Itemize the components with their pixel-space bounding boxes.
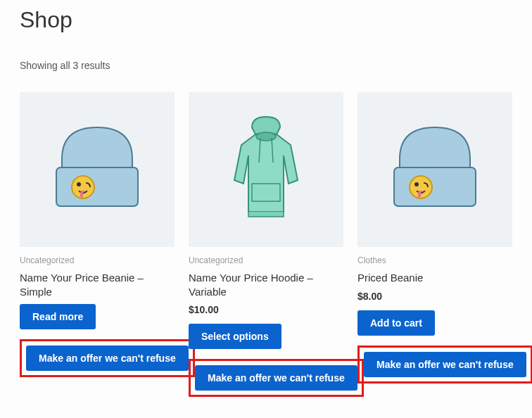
make-offer-button[interactable]: Make an offer we can't refuse xyxy=(195,365,357,391)
svg-point-6 xyxy=(414,182,419,186)
product-card: Clothes Priced Beanie $8.00 Add to cart … xyxy=(357,92,512,397)
product-price: $10.00 xyxy=(189,304,219,315)
product-category: Uncategorized xyxy=(20,255,74,265)
make-offer-button[interactable]: Make an offer we can't refuse xyxy=(364,352,526,377)
svg-point-3 xyxy=(256,132,276,141)
product-card: Uncategorized Name Your Price Beanie – S… xyxy=(20,92,175,397)
product-title[interactable]: Name Your Price Beanie – Simple xyxy=(20,271,175,298)
product-card: Uncategorized Name Your Price Hoodie – V… xyxy=(189,92,343,397)
product-image[interactable] xyxy=(20,92,175,247)
product-title[interactable]: Priced Beanie xyxy=(357,271,423,285)
beanie-icon xyxy=(379,117,491,222)
product-price: $8.00 xyxy=(357,291,382,302)
offer-highlight: Make an offer we can't refuse xyxy=(189,359,364,397)
product-title[interactable]: Name Your Price Hoodie – Variable xyxy=(189,271,343,298)
svg-rect-4 xyxy=(394,167,476,206)
product-image[interactable] xyxy=(357,92,512,247)
offer-highlight: Make an offer we can't refuse xyxy=(357,346,532,384)
offer-highlight: Make an offer we can't refuse xyxy=(20,339,195,377)
svg-rect-0 xyxy=(56,167,138,206)
hoodie-icon xyxy=(210,110,322,229)
product-category: Uncategorized xyxy=(189,255,243,265)
page-title: Shop xyxy=(20,7,512,33)
select-options-button[interactable]: Select options xyxy=(189,324,281,349)
add-to-cart-button[interactable]: Add to cart xyxy=(357,310,435,336)
result-count: Showing all 3 results xyxy=(20,60,512,71)
product-grid: Uncategorized Name Your Price Beanie – S… xyxy=(20,92,512,397)
make-offer-button[interactable]: Make an offer we can't refuse xyxy=(26,346,189,371)
beanie-icon xyxy=(41,117,153,222)
product-image[interactable] xyxy=(189,92,343,247)
read-more-button[interactable]: Read more xyxy=(20,304,96,329)
product-category: Clothes xyxy=(357,255,386,265)
svg-point-2 xyxy=(77,182,81,186)
